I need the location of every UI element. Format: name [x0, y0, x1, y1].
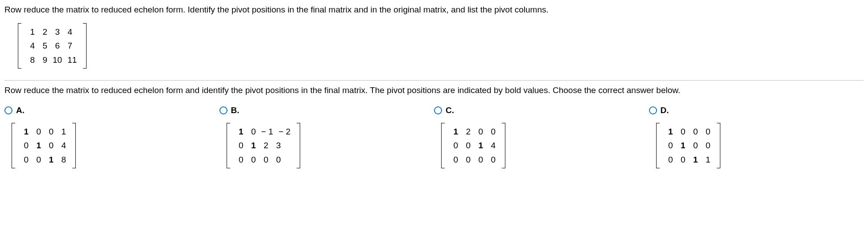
answer-choices: A. 1 0 0 1 0 1 0 4 0 0 [4, 103, 864, 172]
matrix-cell: 1 [234, 125, 246, 139]
bracket-left-icon [12, 123, 15, 169]
matrix-cell: 0 [271, 153, 284, 167]
matrix-row: 4 5 6 7 [25, 39, 79, 53]
matrix-cell: 0 [486, 153, 498, 167]
matrix-cell: 1 [56, 125, 69, 139]
problem-matrix: 1 2 3 4 4 5 6 7 8 9 10 11 [18, 23, 87, 69]
matrix-cell: 0 [676, 125, 688, 139]
problem-header: Row reduce the matrix to reduced echelon… [4, 4, 864, 78]
matrix-cell: 1 [663, 125, 676, 139]
matrix-cell: 1 [473, 138, 486, 153]
choice-d-header[interactable]: D. [649, 104, 855, 117]
matrix-cell: 8 [25, 53, 37, 67]
bracket-left-icon [656, 123, 660, 169]
bracket-right-icon [717, 123, 720, 169]
sub-instruction-text: Row reduce the matrix to reduced echelon… [4, 84, 864, 97]
matrix-cell: 1 [701, 153, 713, 167]
matrix-cell: 1 [688, 153, 701, 167]
bracket-left-icon [18, 23, 21, 69]
matrix-cell: 3 [271, 138, 284, 153]
matrix-cell: 0 [234, 138, 246, 153]
choice-a-header[interactable]: A. [4, 104, 211, 117]
matrix-cell: 8 [56, 153, 69, 167]
choice-label: B. [231, 104, 240, 117]
matrix-cell: 4 [62, 25, 75, 39]
bracket-left-icon [441, 123, 445, 169]
matrix-cell: − 2 [276, 125, 293, 139]
matrix-cell: 1 [676, 138, 688, 153]
matrix-cell: 0 [461, 138, 473, 153]
matrix-cell: 0 [19, 138, 31, 153]
bracket-right-icon [83, 23, 87, 69]
bracket-left-icon [227, 123, 230, 169]
matrix-cell: 0 [448, 138, 461, 153]
matrix-cell: 1 [31, 138, 44, 153]
matrix-cell: 1 [19, 125, 31, 139]
matrix-cell: 0 [44, 138, 56, 153]
matrix-cell: 6 [50, 39, 62, 53]
matrix-cell: 3 [50, 25, 62, 39]
choice-b: B. 1 0 − 1 − 2 0 1 2 3 0 0 [219, 104, 434, 172]
bracket-right-icon [72, 123, 76, 169]
matrix-cell: 0 [473, 153, 486, 167]
choice-c-header[interactable]: C. [434, 104, 640, 117]
matrix-cell: 0 [259, 153, 271, 167]
matrix-row: 8 9 10 11 [25, 53, 79, 67]
choice-a: A. 1 0 0 1 0 1 0 4 0 0 [4, 104, 219, 172]
matrix-cell: 1 [25, 25, 37, 39]
matrix-cell: 0 [31, 125, 44, 139]
matrix-cell: 4 [56, 138, 69, 153]
matrix-cell: − 1 [259, 125, 276, 139]
matrix-row: 1 2 3 4 [25, 25, 79, 39]
matrix-cell: 0 [486, 125, 498, 139]
matrix-cell: 5 [37, 39, 50, 53]
choice-a-matrix: 1 0 0 1 0 1 0 4 0 0 1 8 [12, 123, 76, 169]
matrix-cell: 0 [663, 138, 676, 153]
matrix-cell: 0 [688, 138, 701, 153]
matrix-cell: 0 [676, 153, 688, 167]
choice-label: D. [661, 104, 669, 117]
matrix-cell: 11 [65, 53, 79, 67]
matrix-cell: 1 [246, 138, 259, 153]
matrix-cell: 2 [37, 25, 50, 39]
matrix-cell: 0 [31, 153, 44, 167]
choice-b-header[interactable]: B. [219, 104, 426, 117]
bracket-right-icon [297, 123, 300, 169]
choice-d-matrix: 1 0 0 0 0 1 0 0 0 0 1 1 [656, 123, 720, 169]
matrix-cell: 10 [50, 53, 65, 67]
matrix-cell: 0 [448, 153, 461, 167]
matrix-cell: 0 [473, 125, 486, 139]
matrix-cell: 0 [19, 153, 31, 167]
matrix-cell: 1 [44, 153, 56, 167]
choice-c: C. 1 2 0 0 0 0 1 4 0 0 [434, 104, 649, 172]
matrix-cell: 1 [448, 125, 461, 139]
matrix-cell: 4 [25, 39, 37, 53]
choice-d: D. 1 0 0 0 0 1 0 0 0 0 [649, 104, 864, 172]
bracket-right-icon [502, 123, 505, 169]
radio-icon[interactable] [434, 106, 442, 114]
matrix-cell: 0 [701, 125, 713, 139]
radio-icon[interactable] [649, 106, 657, 114]
radio-icon[interactable] [4, 106, 12, 114]
choice-b-matrix: 1 0 − 1 − 2 0 1 2 3 0 0 0 0 [227, 123, 301, 169]
matrix-cell: 0 [461, 153, 473, 167]
matrix-cell: 9 [37, 53, 50, 67]
matrix-cell: 0 [246, 125, 259, 139]
matrix-cell: 0 [246, 153, 259, 167]
matrix-cell: 2 [461, 125, 473, 139]
matrix-cell: 0 [234, 153, 246, 167]
choice-label: C. [446, 104, 454, 117]
matrix-cell: 4 [486, 138, 498, 153]
matrix-cell: 2 [259, 138, 271, 153]
matrix-cell: 0 [663, 153, 676, 167]
divider [4, 80, 864, 81]
matrix-cell: 0 [44, 125, 56, 139]
matrix-cell: 7 [62, 39, 75, 53]
choice-label: A. [16, 104, 25, 117]
choice-c-matrix: 1 2 0 0 0 0 1 4 0 0 0 0 [441, 123, 505, 169]
matrix-cell: 0 [701, 138, 713, 153]
matrix-cell: 0 [688, 125, 701, 139]
radio-icon[interactable] [219, 106, 227, 114]
instruction-text: Row reduce the matrix to reduced echelon… [4, 4, 864, 16]
matrix-body: 1 2 3 4 4 5 6 7 8 9 10 11 [21, 23, 83, 69]
